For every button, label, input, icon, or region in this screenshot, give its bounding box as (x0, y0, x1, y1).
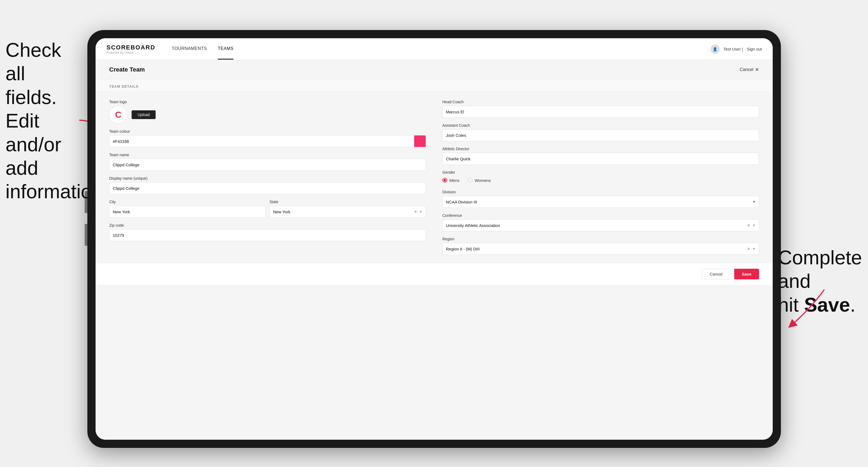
division-select-wrapper: NCAA Division III NCAA Division II NCAA … (442, 196, 759, 208)
nav-right: 👤 Test User | Sign out (710, 44, 762, 54)
state-group: State New York ✕ ▼ (270, 199, 426, 218)
team-name-label: Team name (109, 153, 426, 157)
assistant-coach-input[interactable] (442, 129, 759, 141)
team-colour-label: Team colour (109, 129, 426, 133)
conference-controls: ✕ ▼ (747, 223, 755, 227)
cancel-header-button[interactable]: Cancel ✕ (740, 67, 759, 73)
zipcode-input[interactable] (109, 229, 426, 241)
display-name-group: Display name (unique) (109, 176, 426, 194)
city-label: City (109, 199, 266, 204)
user-avatar: 👤 (710, 44, 720, 54)
city-state-group: City State New York ✕ ▼ (109, 199, 426, 218)
team-name-input[interactable] (109, 159, 426, 171)
region-chevron-icon: ▼ (752, 247, 755, 250)
conference-clear-icon[interactable]: ✕ (747, 223, 750, 227)
team-name-group: Team name (109, 153, 426, 171)
athletic-director-label: Athletic Director (442, 147, 759, 151)
conference-label: Conference (442, 213, 759, 218)
save-button[interactable]: Save (734, 269, 759, 279)
womens-radio[interactable] (468, 178, 473, 183)
state-clear-icon[interactable]: ✕ (414, 210, 417, 214)
city-input[interactable] (109, 206, 266, 218)
head-coach-label: Head Coach (442, 100, 759, 104)
main-content: Create Team Cancel ✕ TEAM DETAILS Team l… (96, 60, 773, 440)
zipcode-label: Zip code (109, 223, 426, 227)
head-coach-input[interactable] (442, 106, 759, 118)
gender-label: Gender (442, 170, 759, 175)
conference-value: University Athletic Association (446, 223, 500, 228)
zipcode-group: Zip code (109, 223, 426, 241)
state-label: State (270, 199, 426, 204)
logo-subtext: Powered by clippd (106, 51, 155, 54)
form-footer: Cancel Save (96, 263, 773, 285)
state-select[interactable]: New York ✕ ▼ (270, 206, 426, 218)
cancel-button[interactable]: Cancel (702, 269, 731, 279)
athletic-director-group: Athletic Director (442, 147, 759, 165)
tablet-frame: SCOREBOARD Powered by clippd TOURNAMENTS… (87, 30, 781, 448)
form-left: Team logo C Upload Team colour (109, 100, 426, 255)
app-logo: SCOREBOARD Powered by clippd (106, 44, 155, 54)
nav-links: TOURNAMENTS TEAMS (172, 38, 710, 60)
team-logo-label: Team logo (109, 100, 426, 104)
gender-group: Gender Mens Womens (442, 170, 759, 184)
gender-womens-option[interactable]: Womens (468, 178, 491, 183)
region-controls: ✕ ▼ (747, 247, 755, 251)
athletic-director-input[interactable] (442, 153, 759, 165)
annotation-left: Check all fields. Edit and/or add inform… (5, 38, 82, 204)
region-select[interactable]: Region II - (M) DIII ✕ ▼ (442, 243, 759, 255)
team-colour-input[interactable] (109, 135, 414, 147)
mens-radio[interactable] (442, 178, 447, 183)
form-title: Create Team (109, 66, 145, 73)
region-label: Region (442, 237, 759, 241)
city-state-row: City State New York ✕ ▼ (109, 199, 426, 218)
colour-row (109, 135, 426, 147)
tablet-screen: SCOREBOARD Powered by clippd TOURNAMENTS… (96, 38, 773, 440)
conference-chevron-icon: ▼ (752, 224, 755, 227)
colour-swatch[interactable] (414, 135, 426, 147)
form-body: Team logo C Upload Team colour (96, 92, 773, 263)
city-group: City (109, 199, 266, 218)
head-coach-group: Head Coach (442, 100, 759, 118)
division-label: Division (442, 190, 759, 194)
nav-teams[interactable]: TEAMS (218, 38, 234, 60)
signout-link[interactable]: Sign out (747, 47, 762, 51)
section-label: TEAM DETAILS (96, 80, 773, 92)
navbar: SCOREBOARD Powered by clippd TOURNAMENTS… (96, 38, 773, 60)
display-name-label: Display name (unique) (109, 176, 426, 181)
state-chevron-icon: ▼ (420, 210, 423, 213)
assistant-coach-group: Assistant Coach (442, 123, 759, 141)
team-logo-group: Team logo C Upload (109, 100, 426, 124)
state-select-controls: ✕ ▼ (414, 210, 423, 214)
logo-circle: C (109, 106, 127, 124)
assistant-coach-label: Assistant Coach (442, 123, 759, 128)
state-value: New York (273, 210, 290, 214)
conference-group: Conference University Athletic Associati… (442, 213, 759, 231)
division-select[interactable]: NCAA Division III NCAA Division II NCAA … (442, 196, 759, 208)
nav-tournaments[interactable]: TOURNAMENTS (172, 38, 207, 60)
gender-mens-option[interactable]: Mens (442, 178, 460, 183)
division-group: Division NCAA Division III NCAA Division… (442, 190, 759, 208)
team-colour-group: Team colour (109, 129, 426, 147)
arrow-right (783, 287, 827, 331)
form-header: Create Team Cancel ✕ (96, 60, 773, 80)
conference-select[interactable]: University Athletic Association ✕ ▼ (442, 219, 759, 231)
region-group: Region Region II - (M) DIII ✕ ▼ (442, 237, 759, 255)
logo-area: C Upload (109, 106, 426, 124)
logo-text: SCOREBOARD (106, 44, 155, 51)
region-value: Region II - (M) DIII (446, 247, 479, 251)
close-icon: ✕ (755, 67, 759, 73)
region-clear-icon[interactable]: ✕ (747, 247, 750, 251)
display-name-input[interactable] (109, 182, 426, 194)
gender-row: Mens Womens (442, 176, 759, 184)
upload-button[interactable]: Upload (132, 110, 156, 119)
user-label: Test User | (723, 47, 743, 51)
form-right: Head Coach Assistant Coach Athletic Dire… (442, 100, 759, 255)
